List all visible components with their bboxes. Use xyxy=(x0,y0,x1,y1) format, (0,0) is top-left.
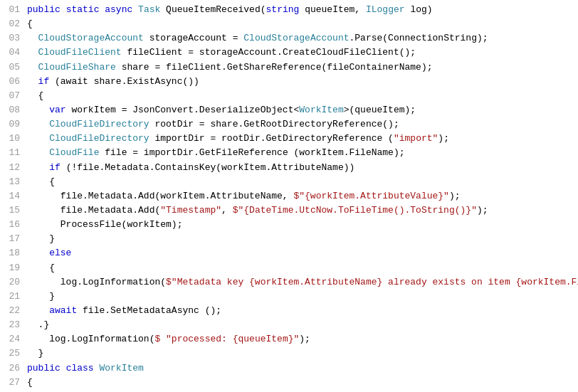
line-content: var workItem = JsonConvert.DeserializeOb… xyxy=(27,103,572,117)
line-number: 17 xyxy=(0,232,20,246)
token-kw: else xyxy=(49,248,71,258)
token-plain xyxy=(61,4,66,15)
line-content: CloudFileShare share = fileClient.GetSha… xyxy=(27,60,572,75)
line-number: 03 xyxy=(0,31,20,46)
token-plain xyxy=(27,133,49,144)
token-plain xyxy=(61,363,66,374)
token-plain: file.Metadata.Add(workItem.AttributeName… xyxy=(27,191,293,201)
token-kw: class xyxy=(66,363,94,374)
token-plain: .Parse(ConnectionString); xyxy=(350,33,488,43)
token-classname: WorkItem xyxy=(99,363,143,374)
token-plain: } xyxy=(27,291,55,302)
line-number: 11 xyxy=(0,146,20,160)
line-number: 06 xyxy=(0,75,20,89)
line-number: 09 xyxy=(0,117,20,132)
token-type: CloudFileDirectory xyxy=(49,119,149,129)
token-plain: { xyxy=(27,18,33,29)
line-number: 01 xyxy=(0,3,20,17)
token-plain xyxy=(27,305,49,316)
token-kw: public xyxy=(27,363,61,374)
token-kw: await xyxy=(49,305,77,316)
token-plain: } xyxy=(27,233,55,244)
code-line: 10 CloudFileDirectory importDir = rootDi… xyxy=(0,132,578,146)
code-line: 09 CloudFileDirectory rootDir = share.Ge… xyxy=(0,117,578,132)
token-str: "Timestamp" xyxy=(160,205,221,216)
token-plain: ); xyxy=(438,133,449,144)
token-str: $"Metadata key {workItem.AttributeName} … xyxy=(166,277,578,287)
line-content: if (!file.Metadata.ContainsKey(workItem.… xyxy=(27,161,572,175)
token-plain xyxy=(132,4,138,15)
token-plain: ); xyxy=(477,205,488,216)
line-number: 15 xyxy=(0,203,20,218)
token-plain xyxy=(27,119,49,129)
token-plain: log.LogInformation( xyxy=(27,277,166,287)
line-number: 18 xyxy=(0,246,20,260)
code-line: 24 log.LogInformation($ "processed: {que… xyxy=(0,332,578,346)
line-content: else xyxy=(27,246,572,260)
code-line: 08 var workItem = JsonConvert.Deserializ… xyxy=(0,103,578,117)
line-number: 23 xyxy=(0,318,20,332)
token-type: CloudFile xyxy=(49,147,99,158)
line-content: ProcessFile(workItem); xyxy=(27,218,572,232)
token-plain xyxy=(27,162,49,173)
code-line: 21 } xyxy=(0,290,578,304)
token-plain: { xyxy=(27,176,55,187)
token-plain: share = fileClient.GetShareReference(fil… xyxy=(116,62,433,73)
line-content: { xyxy=(27,89,572,103)
code-line: 06 if (await share.ExistAsync()) xyxy=(0,75,578,89)
token-plain: rootDir = share.GetRootDirectoryReferenc… xyxy=(149,119,399,129)
line-content: log.LogInformation($ "processed: {queueI… xyxy=(27,332,572,346)
line-number: 19 xyxy=(0,261,20,275)
line-number: 04 xyxy=(0,46,20,60)
token-plain xyxy=(27,105,49,115)
line-number: 21 xyxy=(0,290,20,304)
token-type: CloudStorageAccount xyxy=(38,33,144,43)
line-content: { xyxy=(27,261,572,275)
token-plain: file.Metadata.Add( xyxy=(27,205,160,216)
token-plain: (!file.Metadata.ContainsKey(workItem.Att… xyxy=(61,162,354,173)
token-plain: workItem = JsonConvert.DeserializeObject… xyxy=(66,105,300,115)
code-line: 19 { xyxy=(0,261,578,275)
line-content: CloudFile file = importDir.GetFileRefere… xyxy=(27,146,572,160)
token-type: CloudFileDirectory xyxy=(49,133,149,144)
token-plain: queueItem, xyxy=(299,4,366,15)
line-number: 27 xyxy=(0,376,20,390)
line-number: 07 xyxy=(0,89,20,103)
code-line: 01public static async Task QueueItemRece… xyxy=(0,3,578,17)
token-plain: . xyxy=(27,319,43,330)
token-plain xyxy=(160,334,166,344)
line-content: log.LogInformation($"Metadata key {workI… xyxy=(27,275,578,290)
token-str: $"{DateTime.UtcNow.ToFileTime().ToString… xyxy=(233,205,477,216)
line-content: if (await share.ExistAsync()) xyxy=(27,75,572,89)
line-content: file.Metadata.Add("Timestamp", $"{DateTi… xyxy=(27,203,572,218)
code-line: 25 } xyxy=(0,346,578,361)
line-number: 25 xyxy=(0,346,20,361)
token-type: CloudFileClient xyxy=(38,47,122,58)
code-line: 23 .} xyxy=(0,318,578,332)
token-plain: (await share.ExistAsync()) xyxy=(49,76,199,87)
token-type: CloudStorageAccount xyxy=(243,33,349,43)
token-type: CloudFileShare xyxy=(38,62,116,73)
token-plain: storageAccount = xyxy=(144,33,243,43)
code-line: 04 CloudFileClient fileClient = storageA… xyxy=(0,46,578,60)
line-content: } xyxy=(27,346,572,361)
token-str: $"{workItem.AttributeValue}" xyxy=(293,191,448,201)
line-content: { xyxy=(27,376,572,390)
line-content: } xyxy=(27,290,572,304)
line-number: 26 xyxy=(0,361,20,376)
token-plain: fileClient = storageAccount.CreateCloudF… xyxy=(122,47,416,58)
line-content: file.Metadata.Add(workItem.AttributeName… xyxy=(27,189,572,203)
code-line: 15 file.Metadata.Add("Timestamp", $"{Dat… xyxy=(0,203,578,218)
line-content: public static async Task QueueItemReceiv… xyxy=(27,3,572,17)
line-number: 20 xyxy=(0,275,20,290)
token-plain: , xyxy=(221,205,233,216)
line-number: 05 xyxy=(0,60,20,75)
token-kw: string xyxy=(266,4,300,15)
code-line: 20 log.LogInformation($"Metadata key {wo… xyxy=(0,275,578,290)
token-plain: } xyxy=(27,348,43,359)
token-plain: file = importDir.GetFileReference (workI… xyxy=(99,147,404,158)
code-line: 07 { xyxy=(0,89,578,103)
token-plain: { xyxy=(27,90,43,101)
line-content: CloudFileDirectory importDir = rootDir.G… xyxy=(27,132,572,146)
line-content: CloudFileDirectory rootDir = share.GetRo… xyxy=(27,117,572,132)
